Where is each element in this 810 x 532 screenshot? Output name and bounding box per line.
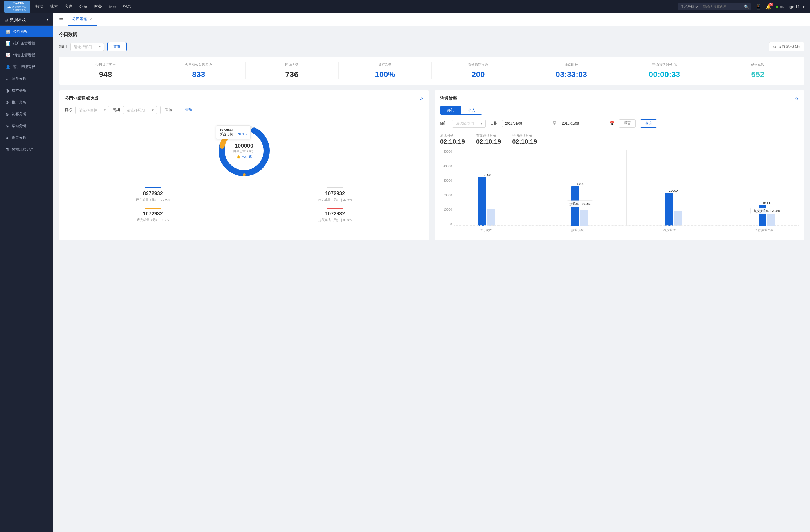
stat-value-2: 736 [248,70,336,79]
date-from-input[interactable] [502,120,550,127]
donut-center: 100000 目标总量（元） 👍 已达成 [233,143,255,159]
sidebar-item-promo-mgr[interactable]: 📊 推广主管看板 [0,37,53,49]
eff-query-button[interactable]: 查询 [640,119,657,128]
efficiency-refresh-icon[interactable]: ⟳ [795,97,799,101]
target-select[interactable]: 请选择目标 [75,106,109,114]
search-input[interactable] [703,5,743,9]
target-card-title: 公司业绩目标达成 [65,96,98,101]
sidebar-collapse-icon[interactable]: ⊟ [4,18,8,22]
eff-dept-select[interactable]: 请选择部门 [452,119,486,128]
bar-0-light [487,209,495,226]
today-query-button[interactable]: 查询 [108,42,127,51]
sidebar-item-funnel[interactable]: ▽ 漏斗分析 [0,73,53,85]
mini-stat-desc-1: 未完成量（元）｜20.9% [247,198,424,202]
divider-2 [626,150,627,226]
tab-company-board[interactable]: 公司看板 ✕ [67,14,97,26]
date-range: 至 📅 [502,120,614,127]
x-label-2: 有效通话 [663,228,676,232]
nav-item-finance[interactable]: 财务 [94,4,102,9]
dept-select-wrap: 请选择部门 [70,43,104,51]
sidebar-item-cost[interactable]: ◑ 成本分析 [0,85,53,97]
sidebar-item-company-board[interactable]: 🏢 公司看板 [0,26,53,37]
settings-icon: ⚙ [773,45,777,49]
online-indicator [776,6,778,8]
sidebar-label-flow: 数据流转记录 [12,147,34,152]
nav-item-customer[interactable]: 客户 [65,4,72,9]
settings-button[interactable]: ⚙ 设置显示指标 [769,42,804,51]
stat-value-3: 100% [341,70,428,79]
tab-close-icon[interactable]: ✕ [90,17,92,21]
notification-badge: 5 [769,2,773,6]
target-query-button[interactable]: 查询 [181,106,197,114]
user-info[interactable]: manager11 ▼ [776,4,806,9]
today-section-title: 今日数据 [59,32,804,38]
tab-bar: ☰ 公司看板 ✕ [53,14,810,26]
donut-amount: 100000 [233,143,255,149]
efficiency-card: 沟通效率 ⟳ 部门 个人 部门 请选择部门 [435,90,804,240]
bar-chart: 50000 40000 30000 20000 10000 0 [440,150,799,234]
donut-achieved: 👍 已达成 [233,154,255,159]
period-select[interactable]: 请选择周期 [123,106,157,114]
bar-2-light [674,211,682,226]
nav-item-leads[interactable]: 线索 [50,4,58,9]
sidebar-item-sales-analysis[interactable]: ◈ 销售分析 [0,132,53,144]
stat-label-0: 今日首咨客户 [62,63,149,67]
sidebar-icon-channel: ⊗ [6,124,9,128]
nav-item-signup[interactable]: 报名 [123,4,131,9]
user-dropdown-icon[interactable]: ▼ [801,4,806,9]
period-label: 周期 [113,107,120,113]
efficiency-card-title: 沟通效率 [440,96,457,101]
eff-stat-value-1: 02:10:19 [476,138,501,145]
stat-value-0: 948 [62,70,149,79]
stat-label-2: 回访人数 [248,63,336,67]
sidebar-icon-flow: ⊞ [6,147,9,152]
date-to-input[interactable] [559,120,607,127]
sidebar-icon-visitor: ⊛ [6,112,9,116]
target-controls: 目标 请选择目标 周期 请选择周期 重置 [65,106,423,114]
tab-personal[interactable]: 个人 [461,106,482,114]
pct-label-1: 接通率：70.9% [567,201,593,207]
sidebar-label-company: 公司看板 [13,29,28,34]
mini-stat-3: 1072932 超额完成（元）｜89.9% [247,207,424,222]
calendar-icon[interactable]: 📅 [610,121,614,126]
search-type-select[interactable]: 手机号码 [680,4,699,9]
sidebar-label-customer: 客户经理看板 [13,64,35,69]
stat-item-7: 成交单数 552 [711,63,804,79]
nav-item-data[interactable]: 数据 [35,4,43,9]
sidebar-item-visitor[interactable]: ⊛ 访客分析 [0,108,53,120]
sidebar-section-toggle[interactable]: ∧ [46,18,49,22]
dept-select[interactable]: 请选择部门 [70,43,104,51]
target-reset-button[interactable]: 重置 [160,106,177,114]
eff-reset-button[interactable]: 重置 [619,119,636,128]
search-icon[interactable]: 🔍 [744,4,749,9]
nav-item-public[interactable]: 公海 [79,4,87,9]
notification-icon[interactable]: 🔔 5 [766,4,772,10]
mini-stat-num-3: 1072932 [247,211,424,217]
mobile-icon[interactable]: 📱 [756,4,761,10]
main-content: ☰ 公司看板 ✕ 今日数据 部门 请选择部门 [53,14,810,532]
eff-stat-0: 通话时长 02:10:19 [440,133,465,145]
sidebar-item-sales-mgr[interactable]: 📈 销售主管看板 [0,49,53,61]
sidebar-item-customer-mgr[interactable]: 👤 客户经理看板 [0,61,53,73]
sidebar-item-channel[interactable]: ⊗ 渠道分析 [0,120,53,132]
efficiency-card-header: 沟通效率 ⟳ [440,96,799,101]
stat-label-3: 拨打次数 [341,63,428,67]
sidebar-label-promo: 推广主管看板 [13,41,35,46]
mini-stat-bar-3 [326,207,343,209]
eff-filter: 部门 请选择部门 日期 至 📅 重置 [440,119,799,128]
today-section: 今日数据 部门 请选择部门 查询 ⚙ 设置显示指标 [59,32,804,85]
tab-dept[interactable]: 部门 [440,106,461,114]
sidebar-item-promo-analysis[interactable]: ⊙ 推广分析 [0,97,53,108]
eff-stat-value-0: 02:10:19 [440,138,465,145]
hamburger-icon[interactable]: ☰ [59,17,63,22]
target-refresh-icon[interactable]: ⟳ [420,97,423,101]
donut-label: 目标总量（元） [233,149,255,153]
mini-stat-desc-3: 超额完成（元）｜89.9% [247,218,424,222]
nav-item-ops[interactable]: 运营 [109,4,116,9]
date-separator: 至 [553,121,556,126]
stat-label-1: 今日有效首咨客户 [155,63,242,67]
bar-val-2-0: 29000 [669,189,678,192]
sidebar-item-flow-record[interactable]: ⊞ 数据流转记录 [0,144,53,155]
y-label-30000: 30000 [443,179,452,182]
stat-label-5: 通话时长 [528,63,615,67]
